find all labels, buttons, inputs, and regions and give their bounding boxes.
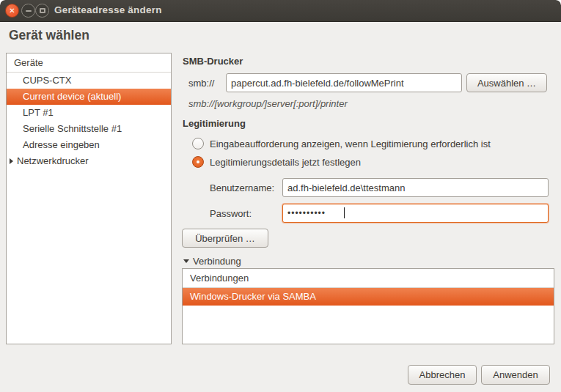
smb-uri-input[interactable] [226,73,462,92]
verify-button[interactable]: Überprüfen … [182,229,268,248]
minimize-button[interactable] [21,4,35,18]
device-list-column-header[interactable]: Geräte [7,53,171,73]
connection-expander[interactable]: Verbindung [183,256,241,267]
text-caret [344,207,345,218]
device-item-enter-address[interactable]: Adresse eingeben [7,137,171,153]
window-title: Geräteadresse ändern [54,4,162,15]
page-title: Gerät wählen [9,28,89,43]
smb-scheme-label: smb:// [188,78,214,89]
device-item-lpt1[interactable]: LPT #1 [7,105,171,121]
radio-prompt-when-required[interactable] [192,138,204,149]
expander-expanded-icon [183,259,189,263]
smb-section-title: SMB-Drucker [183,56,243,67]
minimize-icon [26,10,32,12]
titlebar[interactable]: ✕ Geräteadresse ändern [0,0,561,22]
dialog-window: ✕ Geräteadresse ändern Gerät wählen Gerä… [0,0,561,392]
radio-set-details-now[interactable] [192,156,204,168]
device-item-current-device[interactable]: Current device (aktuell) [7,89,171,105]
connections-column-header[interactable]: Verbindungen [183,269,554,288]
radio-details-label[interactable]: Legitimierungsdetails jetzt festlegen [210,157,361,168]
device-item-label: Netzwerkdrucker [17,155,89,166]
close-icon: ✕ [9,7,15,14]
auth-section-title: Legitimierung [183,118,246,129]
password-field-wrap [282,204,549,223]
username-input[interactable] [282,178,549,197]
apply-button[interactable]: Anwenden [481,365,550,385]
password-input[interactable] [282,204,549,223]
maximize-button[interactable] [35,4,49,18]
connection-expander-label: Verbindung [193,256,241,267]
radio-prompt-label[interactable]: Eingabeaufforderung anzeigen, wenn Legit… [210,138,491,149]
cancel-button[interactable]: Abbrechen [408,365,477,385]
smb-uri-hint: smb://[workgroup/]server[:port]/printer [188,98,348,109]
close-button[interactable]: ✕ [5,4,19,18]
password-label: Passwort: [210,208,252,219]
device-item-serial1[interactable]: Serielle Schnittstelle #1 [7,121,171,137]
device-item-cups-ctx[interactable]: CUPS-CTX [7,73,171,89]
connections-panel: Verbindungen Windows-Drucker via SAMBA [182,268,554,344]
username-label: Benutzername: [210,182,274,193]
browse-button[interactable]: Auswählen … [466,73,547,92]
device-list-panel: Geräte CUPS-CTX Current device (aktuell)… [6,53,172,344]
connection-item-samba[interactable]: Windows-Drucker via SAMBA [183,288,554,306]
device-item-network-printer[interactable]: Netzwerkdrucker [7,153,171,169]
expander-collapsed-icon[interactable] [10,158,13,164]
maximize-icon [40,8,45,13]
